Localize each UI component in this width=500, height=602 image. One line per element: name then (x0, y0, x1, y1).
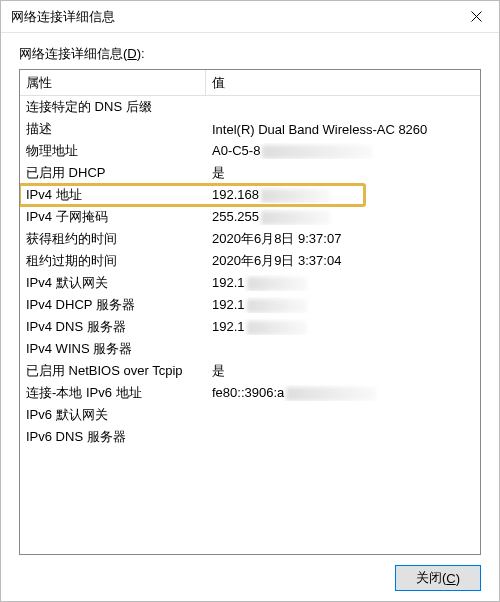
property-cell: IPv4 WINS 服务器 (20, 340, 206, 358)
value-cell: 2020年6月8日 9:37:07 (206, 230, 480, 248)
property-cell: 连接特定的 DNS 后缀 (20, 98, 206, 116)
column-header-value[interactable]: 值 (206, 74, 480, 92)
table-row[interactable]: 描述Intel(R) Dual Band Wireless-AC 8260 (20, 118, 480, 140)
table-row[interactable]: IPv4 DHCP 服务器192.1 (20, 294, 480, 316)
table-row[interactable]: 获得租约的时间2020年6月8日 9:37:07 (20, 228, 480, 250)
redacted-value (247, 277, 307, 291)
table-row[interactable]: 连接-本地 IPv6 地址fe80::3906:a (20, 382, 480, 404)
property-cell: 租约过期的时间 (20, 252, 206, 270)
redacted-value (261, 189, 331, 203)
table-row[interactable]: 已启用 NetBIOS over Tcpip是 (20, 360, 480, 382)
value-cell: fe80::3906:a (206, 385, 480, 401)
property-cell: IPv6 默认网关 (20, 406, 206, 424)
title-bar: 网络连接详细信息 (1, 1, 499, 33)
property-cell: IPv4 地址 (20, 186, 206, 204)
table-row[interactable]: 租约过期的时间2020年6月9日 3:37:04 (20, 250, 480, 272)
table-row[interactable]: IPv4 DNS 服务器192.1 (20, 316, 480, 338)
table-row[interactable]: IPv4 默认网关192.1 (20, 272, 480, 294)
close-window-button[interactable] (453, 1, 499, 33)
table-row[interactable]: IPv4 子网掩码255.255 (20, 206, 480, 228)
property-cell: 描述 (20, 120, 206, 138)
redacted-value (261, 211, 331, 225)
details-section-label: 网络连接详细信息(D): (19, 45, 481, 63)
value-cell: 192.1 (206, 297, 480, 313)
dialog-button-row: 关闭(C) (19, 555, 481, 591)
redacted-value (247, 321, 307, 335)
network-details-dialog: 网络连接详细信息 网络连接详细信息(D): 属性 值 连接特定的 DNS 后缀描… (0, 0, 500, 602)
redacted-value (286, 387, 376, 401)
table-row[interactable]: IPv4 地址192.168 (20, 184, 480, 206)
property-cell: IPv4 DNS 服务器 (20, 318, 206, 336)
property-cell: 获得租约的时间 (20, 230, 206, 248)
value-cell: Intel(R) Dual Band Wireless-AC 8260 (206, 122, 480, 137)
dialog-content: 网络连接详细信息(D): 属性 值 连接特定的 DNS 后缀描述Intel(R)… (1, 33, 499, 601)
window-title: 网络连接详细信息 (11, 8, 453, 26)
column-header-row: 属性 值 (20, 70, 480, 96)
table-row[interactable]: 已启用 DHCP是 (20, 162, 480, 184)
property-cell: IPv4 子网掩码 (20, 208, 206, 226)
property-cell: IPv4 默认网关 (20, 274, 206, 292)
value-cell: 192.168 (206, 187, 480, 203)
value-cell: 192.1 (206, 275, 480, 291)
property-cell: IPv6 DNS 服务器 (20, 428, 206, 446)
table-row[interactable]: IPv4 WINS 服务器 (20, 338, 480, 360)
property-cell: 连接-本地 IPv6 地址 (20, 384, 206, 402)
column-header-property[interactable]: 属性 (20, 70, 206, 95)
value-cell: 是 (206, 362, 480, 380)
property-cell: IPv4 DHCP 服务器 (20, 296, 206, 314)
redacted-value (262, 145, 372, 159)
close-icon (471, 11, 482, 22)
details-rows: 连接特定的 DNS 后缀描述Intel(R) Dual Band Wireles… (20, 96, 480, 448)
table-row[interactable]: IPv6 DNS 服务器 (20, 426, 480, 448)
table-row[interactable]: 连接特定的 DNS 后缀 (20, 96, 480, 118)
details-listbox[interactable]: 属性 值 连接特定的 DNS 后缀描述Intel(R) Dual Band Wi… (19, 69, 481, 555)
property-cell: 物理地址 (20, 142, 206, 160)
value-cell: 192.1 (206, 319, 480, 335)
table-row[interactable]: IPv6 默认网关 (20, 404, 480, 426)
table-row[interactable]: 物理地址A0-C5-8 (20, 140, 480, 162)
property-cell: 已启用 DHCP (20, 164, 206, 182)
value-cell: 2020年6月9日 3:37:04 (206, 252, 480, 270)
close-button[interactable]: 关闭(C) (395, 565, 481, 591)
property-cell: 已启用 NetBIOS over Tcpip (20, 362, 206, 380)
value-cell: 255.255 (206, 209, 480, 225)
value-cell: A0-C5-8 (206, 143, 480, 159)
value-cell: 是 (206, 164, 480, 182)
redacted-value (247, 299, 307, 313)
